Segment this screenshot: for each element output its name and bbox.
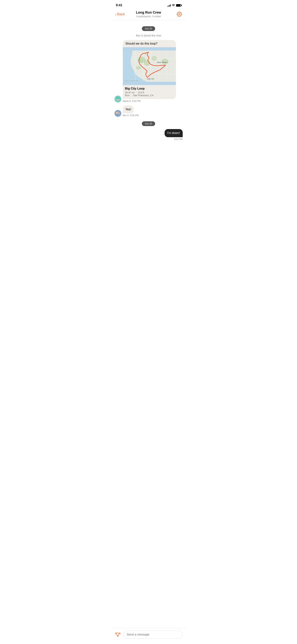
route-type-location: Run · San Francisco, CA	[125, 94, 174, 97]
settings-button[interactable]	[169, 12, 182, 17]
svg-text:© Mapbox © OpenStreetMap: © Mapbox © OpenStreetMap	[124, 80, 138, 82]
date-pill-1: Oct 25	[142, 26, 155, 31]
status-icons	[168, 4, 181, 6]
system-message: Ben K joined the chat	[114, 34, 183, 37]
signal-icon	[168, 4, 171, 6]
route-title: Big City Loop	[125, 87, 174, 90]
status-bar: 9:41	[112, 0, 186, 9]
svg-point-0	[173, 6, 174, 6]
route-map: Silver Terrace Daly City © Mapbox © Open…	[123, 47, 176, 85]
route-distance: 20.47 mi	[125, 91, 134, 94]
route-type: Run	[125, 94, 130, 97]
avatar-ben-img	[114, 110, 121, 117]
sent-bubble-text: I'm down!	[167, 131, 180, 134]
gear-icon	[177, 12, 182, 17]
sent-message-wrapper: I'm down! 9:01 PM	[114, 129, 183, 140]
chat-area: Oct 25 Ben K joined the chat Should we d…	[112, 20, 186, 163]
marta-sender: Marta G	[123, 100, 131, 102]
sent-time: 9:01 PM	[174, 138, 183, 140]
battery-icon	[176, 4, 181, 6]
svg-point-11	[136, 66, 141, 70]
marta-bubble-text: Should we do this loop?	[126, 42, 174, 45]
svg-point-26	[116, 112, 118, 114]
ben-bubble-text: Yes!	[126, 108, 131, 111]
message-row-marta: Should we do this loop?	[114, 40, 183, 102]
ben-message-content: Yes! Ben K 8:55 PM	[123, 106, 139, 117]
marta-message-content: Should we do this loop?	[123, 40, 176, 102]
back-button[interactable]: ‹ Back	[115, 12, 128, 16]
status-time: 9:41	[116, 4, 122, 7]
sent-bubble: I'm down!	[164, 129, 183, 137]
wifi-icon	[172, 4, 175, 6]
svg-text:Silver Terrace: Silver Terrace	[157, 62, 167, 63]
route-location: San Francisco, CA	[133, 94, 154, 97]
svg-text:Daly City: Daly City	[147, 78, 154, 80]
route-elevation: 212 ft	[138, 91, 144, 94]
route-dot2: ·	[131, 94, 132, 97]
map-svg: Silver Terrace Daly City © Mapbox © Open…	[123, 47, 176, 85]
chat-header: ‹ Back Long Run Crew 4 participants, 3 o…	[112, 9, 186, 20]
svg-point-25	[114, 110, 121, 117]
marta-time: 8:52 PM	[132, 100, 141, 102]
group-name: Long Run Crew	[128, 10, 169, 14]
date-badge-1: Oct 25	[114, 26, 183, 31]
header-center: Long Run Crew 4 participants, 3 online	[128, 10, 169, 18]
sent-meta: 9:01 PM	[174, 138, 183, 140]
route-dot1: ·	[136, 91, 136, 94]
ben-bubble: Yes!	[123, 106, 134, 114]
back-chevron-icon: ‹	[115, 12, 116, 16]
ben-time: 8:55 PM	[130, 114, 139, 117]
ben-meta: Ben K 8:55 PM	[123, 114, 139, 117]
marta-bubble: Should we do this loop?	[123, 40, 176, 99]
message-row-ben: Yes! Ben K 8:55 PM	[114, 106, 183, 117]
ben-sender: Ben K	[123, 114, 129, 117]
avatar-ben	[114, 110, 121, 117]
svg-point-1	[178, 14, 180, 15]
avatar-marta-img	[114, 96, 121, 102]
route-details: 20.47 mi · 212 ft	[125, 91, 174, 94]
back-label: Back	[117, 12, 125, 16]
group-subtitle: 4 participants, 3 online	[128, 15, 169, 18]
route-card[interactable]: Silver Terrace Daly City © Mapbox © Open…	[123, 47, 176, 99]
route-info: Big City Loop 20.47 mi · 212 ft Run · Sa…	[123, 85, 176, 99]
date-pill-2: Oct 25	[142, 121, 155, 126]
svg-point-27	[118, 112, 120, 114]
date-badge-2: Oct 25	[114, 121, 183, 126]
svg-point-6	[116, 98, 119, 99]
marta-meta: Marta G 8:52 PM	[123, 100, 176, 102]
avatar-marta	[114, 96, 121, 102]
